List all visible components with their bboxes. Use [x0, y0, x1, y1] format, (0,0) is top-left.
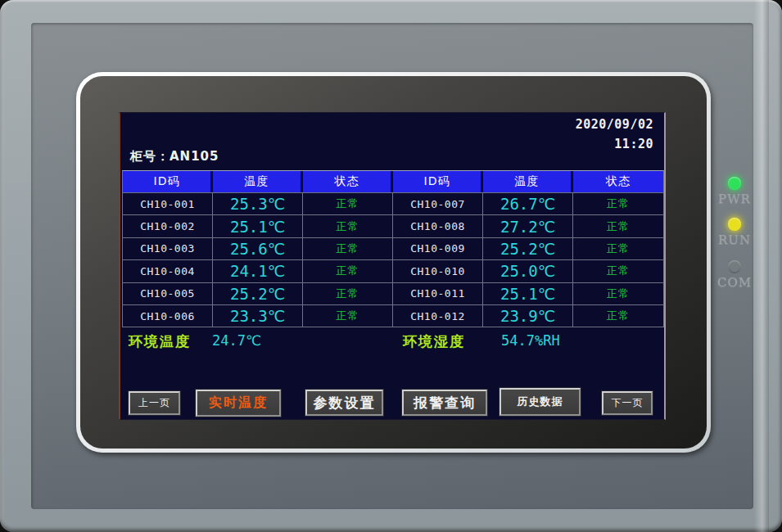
temperature-cell: 25.0℃: [483, 259, 573, 282]
ambient-temp-label: 环境温度: [129, 332, 191, 351]
channel-id-cell: CH10-010: [393, 259, 483, 282]
temperature-cell: 25.3℃: [213, 192, 303, 214]
channel-id-cell: CH10-003: [123, 237, 213, 259]
status-cell: 正常: [573, 304, 663, 327]
com-indicator: COM: [714, 260, 755, 290]
ambient-humidity-label: 环境湿度: [403, 332, 465, 351]
param-settings-button[interactable]: 参数设置: [305, 390, 383, 416]
status-cell: 正常: [303, 192, 393, 214]
table-header-id-right: ID码: [393, 171, 483, 192]
com-led-icon: [728, 260, 741, 273]
date-display: 2020/09/02: [576, 117, 653, 132]
status-cell: 正常: [573, 214, 663, 237]
channel-id-cell: CH10-001: [123, 192, 213, 214]
table-header-status-right: 状态: [573, 171, 663, 192]
status-cell: 正常: [303, 282, 393, 304]
channel-id-cell: CH10-004: [123, 259, 213, 282]
channel-id-cell: CH10-011: [393, 282, 483, 304]
status-cell: 正常: [573, 259, 663, 282]
realtime-temp-button[interactable]: 实时温度: [196, 390, 281, 417]
channel-id-cell: CH10-005: [123, 282, 213, 304]
channel-id-cell: CH10-012: [393, 304, 483, 327]
power-led-icon: [728, 177, 741, 190]
run-led-label: RUN: [714, 232, 755, 247]
temperature-cell: 25.2℃: [483, 237, 573, 259]
history-data-button[interactable]: 历史数据: [499, 388, 581, 416]
channel-id-cell: CH10-008: [393, 214, 483, 237]
power-indicator: PWR: [714, 177, 755, 206]
channel-id-cell: CH10-006: [123, 304, 213, 327]
status-cell: 正常: [573, 237, 663, 259]
temperature-cell: 25.2℃: [213, 282, 303, 304]
alarm-query-button[interactable]: 报警查询: [402, 390, 487, 416]
table-header-status-left: 状态: [303, 171, 393, 192]
table-header-id-left: ID码: [123, 171, 213, 192]
run-indicator: RUN: [714, 218, 755, 247]
temperature-cell: 25.6℃: [213, 237, 303, 259]
temperature-cell: 25.1℃: [483, 282, 573, 304]
prev-page-button[interactable]: 上一页: [129, 391, 180, 415]
channel-id-cell: CH10-002: [123, 214, 213, 237]
status-cell: 正常: [303, 214, 393, 237]
run-led-icon: [728, 218, 741, 231]
hmi-panel: 2020/09/02 11:20 柜号：AN105 ID码 温度 状态 ID码 …: [0, 0, 782, 532]
com-led-label: COM: [714, 275, 755, 290]
temperature-cell: 26.7℃: [483, 192, 573, 214]
cabinet-label: 柜号：AN105: [130, 149, 219, 165]
temperature-cell: 24.1℃: [213, 259, 303, 282]
status-cell: 正常: [303, 304, 393, 327]
status-cell: 正常: [573, 192, 663, 214]
next-page-button[interactable]: 下一页: [602, 391, 653, 415]
temperature-cell: 25.1℃: [213, 214, 303, 237]
table-header-temp-left: 温度: [213, 171, 303, 192]
status-cell: 正常: [573, 282, 663, 304]
status-cell: 正常: [303, 259, 393, 282]
table-header-temp-right: 温度: [483, 171, 573, 192]
channel-id-cell: CH10-009: [393, 237, 483, 259]
temperature-cell: 23.9℃: [483, 304, 573, 327]
status-cell: 正常: [303, 237, 393, 259]
temperature-table: ID码 温度 状态 ID码 温度 状态 CH10-001 25.3℃ 正常 CH…: [122, 170, 664, 327]
power-led-label: PWR: [714, 192, 755, 206]
ambient-temp-value: 24.7℃: [212, 332, 261, 349]
temperature-cell: 23.3℃: [213, 304, 303, 327]
channel-id-cell: CH10-007: [393, 192, 483, 214]
temperature-cell: 27.2℃: [483, 214, 573, 237]
ambient-humidity-value: 54.7%RH: [501, 332, 560, 349]
lcd-screen: 2020/09/02 11:20 柜号：AN105 ID码 温度 状态 ID码 …: [119, 112, 666, 420]
time-display: 11:20: [614, 137, 653, 151]
